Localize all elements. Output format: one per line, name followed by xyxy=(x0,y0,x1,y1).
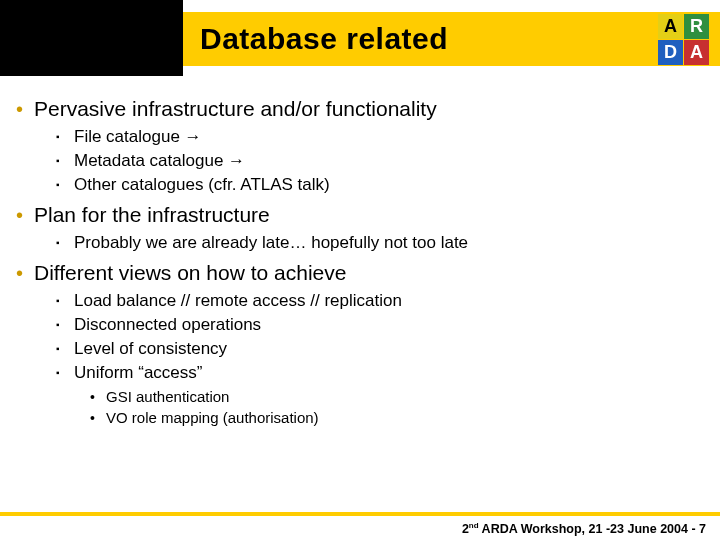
slide: Database related ARDA •Pervasive infrast… xyxy=(0,0,720,540)
bullet-level-2: ▪Uniform “access” xyxy=(56,362,704,384)
arda-logo: ARDA xyxy=(658,14,709,65)
bullet-dot-icon: • xyxy=(90,408,106,428)
bullet-text: File catalogue → xyxy=(74,126,202,148)
bullet-text: Plan for the infrastructure xyxy=(34,202,270,228)
bullet-level-3: •GSI authentication xyxy=(90,387,704,407)
bullet-square-icon: ▪ xyxy=(56,338,74,360)
sub-bullet-group: ▪Probably we are already late… hopefully… xyxy=(56,232,704,254)
bullet-level-2: ▪Metadata catalogue → xyxy=(56,150,704,172)
bullet-text: Probably we are already late… hopefully … xyxy=(74,232,468,254)
bullet-text: Level of consistency xyxy=(74,338,227,360)
footer-text: 2nd ARDA Workshop, 21 -23 June 2004 - 7 xyxy=(462,521,706,536)
bullet-text: Metadata catalogue → xyxy=(74,150,245,172)
sub-bullet-group: ▪File catalogue →▪Metadata catalogue →▪O… xyxy=(56,126,704,196)
bullet-level-2: ▪Probably we are already late… hopefully… xyxy=(56,232,704,254)
sub-sub-bullet-group: •GSI authentication•VO role mapping (aut… xyxy=(90,387,704,428)
bullet-text: Different views on how to achieve xyxy=(34,260,346,286)
bullet-level-1: •Pervasive infrastructure and/or functio… xyxy=(16,96,704,122)
bullet-square-icon: ▪ xyxy=(56,174,74,196)
bullet-level-2: ▪Level of consistency xyxy=(56,338,704,360)
bullet-dot-icon: • xyxy=(90,387,106,407)
slide-title: Database related xyxy=(200,22,448,56)
bullet-square-icon: ▪ xyxy=(56,126,74,148)
bullet-text: Other catalogues (cfr. ATLAS talk) xyxy=(74,174,330,196)
bullet-level-1: •Plan for the infrastructure xyxy=(16,202,704,228)
bullet-level-2: ▪Load balance // remote access // replic… xyxy=(56,290,704,312)
footer-rest: ARDA Workshop, 21 -23 June 2004 - 7 xyxy=(479,522,706,536)
logo-cell: R xyxy=(684,14,709,39)
bullet-level-2: ▪Other catalogues (cfr. ATLAS talk) xyxy=(56,174,704,196)
bullet-level-3: •VO role mapping (authorisation) xyxy=(90,408,704,428)
bullet-level-1: •Different views on how to achieve xyxy=(16,260,704,286)
bullet-text: Uniform “access” xyxy=(74,362,202,384)
footer-ordinal: 2 xyxy=(462,522,469,536)
bullet-dot-icon: • xyxy=(16,96,34,122)
title-accent-block xyxy=(0,0,183,76)
bullet-text: GSI authentication xyxy=(106,387,229,407)
bullet-square-icon: ▪ xyxy=(56,362,74,384)
bullet-square-icon: ▪ xyxy=(56,290,74,312)
bullet-level-2: ▪File catalogue → xyxy=(56,126,704,148)
sub-bullet-group: ▪Load balance // remote access // replic… xyxy=(56,290,704,428)
bullet-text: VO role mapping (authorisation) xyxy=(106,408,319,428)
bullet-square-icon: ▪ xyxy=(56,232,74,254)
bullet-text: Disconnected operations xyxy=(74,314,261,336)
logo-cell: A xyxy=(684,40,709,65)
logo-cell: A xyxy=(658,14,683,39)
bullet-dot-icon: • xyxy=(16,260,34,286)
bullet-text: Pervasive infrastructure and/or function… xyxy=(34,96,437,122)
bullet-text: Load balance // remote access // replica… xyxy=(74,290,402,312)
footer-band xyxy=(0,512,720,516)
bullet-level-2: ▪Disconnected operations xyxy=(56,314,704,336)
bullet-dot-icon: • xyxy=(16,202,34,228)
slide-body: •Pervasive infrastructure and/or functio… xyxy=(16,92,704,434)
bullet-square-icon: ▪ xyxy=(56,150,74,172)
logo-cell: D xyxy=(658,40,683,65)
footer-ordinal-suffix: nd xyxy=(469,521,479,530)
bullet-square-icon: ▪ xyxy=(56,314,74,336)
